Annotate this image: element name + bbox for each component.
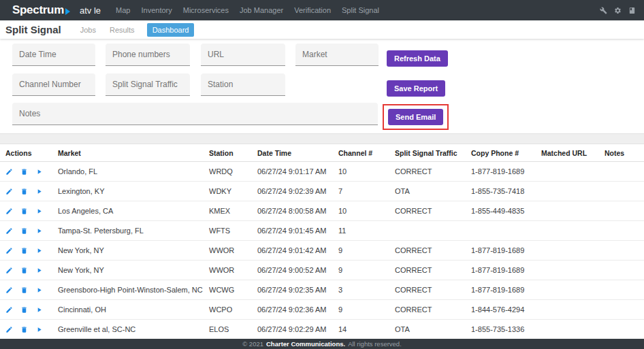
cell-channel: 9 — [338, 305, 395, 314]
row-actions — [5, 247, 58, 254]
nav-item-job-manager[interactable]: Job Manager — [240, 6, 283, 14]
play-icon[interactable] — [35, 188, 43, 195]
cell-channel: 9 — [338, 266, 395, 274]
page-title: Split Signal — [5, 24, 61, 35]
channel-number-field[interactable] — [12, 73, 95, 96]
play-icon[interactable] — [35, 247, 43, 254]
cell-copy-phone: 1-855-735-7418 — [471, 187, 541, 195]
tab-results[interactable]: Results — [108, 23, 136, 37]
save-report-button[interactable]: Save Report — [387, 80, 445, 97]
split-signal-traffic-field[interactable] — [106, 73, 190, 96]
market-field[interactable] — [295, 44, 379, 66]
play-icon[interactable] — [35, 227, 43, 235]
filter-form: Refresh Data Save Report Send Email — [0, 39, 644, 133]
delete-icon[interactable] — [20, 168, 28, 176]
gear-icon[interactable] — [614, 7, 622, 14]
col-header-market: Market — [58, 149, 209, 157]
delete-icon[interactable] — [20, 188, 28, 195]
results-table: Actions Market Station Date Time Channel… — [0, 144, 644, 339]
top-nav-bar: Spectrum atv le Map Inventory Microservi… — [0, 0, 644, 20]
nav-item-microservices[interactable]: Microservices — [183, 6, 229, 14]
play-icon[interactable] — [35, 207, 43, 215]
tab-bar: Split Signal Jobs Results Dashboard — [0, 20, 644, 39]
footer-rights: All rights reserved. — [348, 340, 402, 348]
book-icon[interactable] — [628, 7, 636, 14]
edit-icon[interactable] — [5, 247, 13, 254]
delete-icon[interactable] — [20, 286, 28, 294]
nav-item-inventory[interactable]: Inventory — [142, 6, 172, 14]
delete-icon[interactable] — [20, 247, 28, 254]
cell-split-signal-traffic: CORRECT — [395, 246, 471, 254]
table-row: Lexington, KY WDKY 06/27/24 9:02:39 AM 7… — [0, 182, 644, 201]
col-header-channel: Channel # — [338, 149, 395, 157]
edit-icon[interactable] — [5, 267, 13, 274]
cell-market: Los Angeles, CA — [58, 207, 209, 215]
delete-icon[interactable] — [20, 326, 28, 333]
refresh-data-button[interactable]: Refresh Data — [387, 50, 448, 67]
cell-market: Orlando, FL — [58, 167, 209, 176]
col-header-notes: Notes — [605, 149, 644, 157]
play-icon[interactable] — [35, 306, 43, 314]
cell-market: New York, NY — [58, 246, 209, 254]
tab-jobs[interactable]: Jobs — [79, 23, 97, 37]
cell-copy-phone: 1-877-819-1689 — [471, 246, 541, 254]
phone-numbers-field[interactable] — [106, 44, 190, 66]
edit-icon[interactable] — [5, 286, 13, 294]
send-email-button[interactable]: Send Email — [388, 109, 443, 125]
cell-channel: 14 — [338, 325, 395, 333]
play-icon[interactable] — [35, 168, 43, 176]
delete-icon[interactable] — [20, 227, 28, 235]
cell-channel: 9 — [338, 246, 395, 254]
cell-date-time: 06/27/24 9:02:39 AM — [257, 187, 338, 195]
cell-channel: 10 — [338, 207, 395, 215]
cell-station: WCPO — [209, 305, 257, 314]
cell-date-time: 06/27/24 9:00:52 AM — [257, 266, 338, 274]
cell-date-time: 06/27/24 9:02:36 AM — [257, 305, 338, 314]
footer-company: Charter Communications. — [266, 340, 345, 348]
cell-station: WWOR — [209, 266, 257, 274]
cell-copy-phone: 1-877-819-1689 — [471, 286, 541, 294]
edit-icon[interactable] — [5, 326, 13, 333]
cell-split-signal-traffic: CORRECT — [395, 286, 471, 294]
row-actions — [5, 227, 58, 235]
tab-dashboard[interactable]: Dashboard — [147, 23, 195, 37]
row-actions — [5, 188, 58, 195]
date-time-field[interactable] — [12, 44, 95, 66]
table-row: Greenville et al, SC-NC ELOS 06/27/24 9:… — [0, 320, 644, 339]
cell-station: WWOR — [209, 246, 257, 254]
edit-icon[interactable] — [5, 168, 13, 176]
cell-market: Lexington, KY — [58, 187, 209, 195]
url-field[interactable] — [201, 44, 285, 66]
delete-icon[interactable] — [20, 306, 28, 314]
delete-icon[interactable] — [20, 267, 28, 274]
cell-date-time: 06/27/24 8:00:58 AM — [257, 207, 338, 215]
delete-icon[interactable] — [20, 207, 28, 215]
play-icon[interactable] — [35, 326, 43, 333]
nav-item-verification[interactable]: Verification — [294, 6, 331, 14]
cell-station: WFTS — [209, 227, 257, 235]
cell-market: Cincinnati, OH — [58, 305, 209, 314]
footer-copyright: © 2021 — [242, 340, 263, 348]
station-field[interactable] — [201, 73, 285, 96]
edit-icon[interactable] — [5, 207, 13, 215]
edit-icon[interactable] — [5, 227, 13, 235]
cell-station: WDKY — [209, 187, 257, 195]
cell-market: New York, NY — [58, 266, 209, 274]
play-icon[interactable] — [35, 267, 43, 274]
spectrum-triangle-icon — [65, 8, 70, 15]
nav-item-split-signal[interactable]: Split Signal — [342, 6, 379, 14]
cell-copy-phone: 1-855-735-1336 — [471, 325, 541, 333]
cell-station: WCWG — [209, 286, 257, 294]
cell-copy-phone: 1-844-576-4294 — [471, 305, 541, 314]
nav-item-map[interactable]: Map — [116, 6, 130, 14]
col-header-matched-url: Matched URL — [541, 149, 605, 157]
play-icon[interactable] — [35, 286, 43, 294]
footer: © 2021 Charter Communications. All right… — [0, 339, 644, 349]
table-header-row: Actions Market Station Date Time Channel… — [0, 144, 644, 162]
edit-icon[interactable] — [5, 188, 13, 195]
cell-split-signal-traffic: CORRECT — [395, 207, 471, 215]
edit-icon[interactable] — [5, 306, 13, 314]
cell-split-signal-traffic: CORRECT — [395, 266, 471, 274]
wrench-icon[interactable] — [600, 7, 607, 14]
notes-field[interactable] — [12, 103, 378, 125]
